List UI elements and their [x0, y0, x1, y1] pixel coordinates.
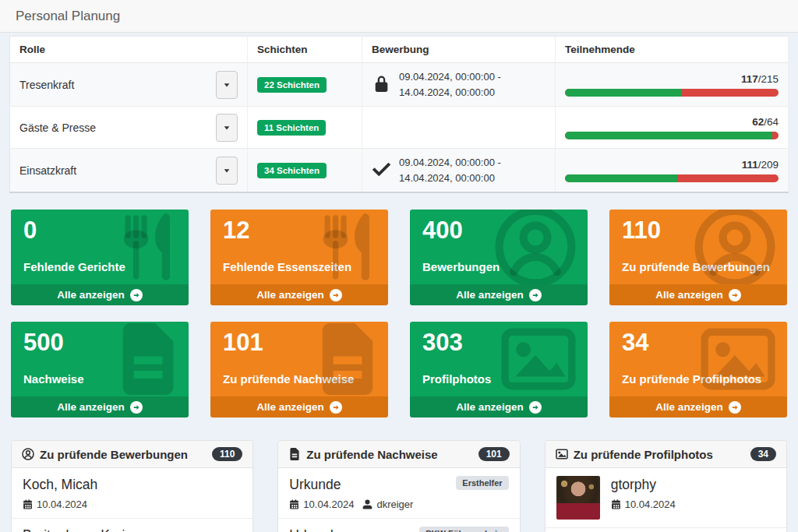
arrow-circle-right-icon: [130, 401, 143, 414]
date-line-1: 09.04.2024, 00:00:00 -: [399, 69, 501, 85]
arrow-circle-right-icon: [529, 289, 542, 301]
lock-icon: [372, 75, 391, 94]
panel-title: Zu prüfende Nachweise: [306, 448, 437, 461]
stat-card-body: 12 Fehlende Essenszeiten: [210, 210, 388, 284]
participant-total: /215: [758, 73, 779, 85]
progressbar-fill: [565, 174, 678, 182]
arrow-circle-right-icon: [729, 401, 741, 414]
participant-progressbar: [565, 174, 779, 182]
column-header-teilnehmende: Teilnehmende: [556, 37, 789, 63]
column-header-schichten: Schichten: [248, 37, 362, 63]
show-all-link[interactable]: Alle anzeigen: [210, 396, 388, 417]
stat-card-fehlende-essenszeiten: 12 Fehlende Essenszeiten Alle anzeigen: [210, 210, 388, 305]
user-icon: [362, 499, 373, 509]
item-user: dkreiger: [376, 499, 413, 510]
participant-count: 62/64: [565, 116, 779, 128]
participant-count: 117/215: [565, 73, 779, 85]
list-item[interactable]: Urkunde Ersthelfer 10.04.2024 dkreiger: [278, 468, 519, 519]
application-dates: 09.04.2024, 00:00:00 - 14.04.2024, 00:00…: [399, 155, 501, 185]
item-date: 10.04.2024: [303, 499, 354, 510]
stat-card-bewerbungen: 400 Bewerbungen Alle anzeigen: [410, 210, 588, 305]
show-all-link[interactable]: Alle anzeigen: [410, 284, 588, 305]
table-row: Einsatzkraft 34 Schichten 09.04.2024, 00…: [10, 149, 789, 193]
top-bar: Personal Planung: [0, 0, 798, 33]
table-header-row: Rolle Schichten Bewerbung Teilnehmende: [10, 37, 789, 63]
item-type-badge: Ersthelfer: [456, 476, 508, 490]
participant-current: 117: [741, 73, 758, 85]
item-name: Koch, Micah: [23, 476, 97, 495]
calendar-icon: [611, 499, 621, 509]
role-name: Einsatzkraft: [19, 164, 76, 177]
panel-header: Zu prüfende Nachweise 101: [278, 441, 519, 468]
stat-card-zu-pr-fende-nachweise: 101 Zu prüfende Nachweise Alle anzeigen: [210, 322, 388, 417]
panel-list: gtorphy 10.04.2024 alverta62: [546, 468, 786, 532]
arrow-circle-right-icon: [130, 289, 143, 301]
role-dropdown-button[interactable]: [216, 157, 238, 185]
role-name: Gäste & Presse: [19, 122, 96, 134]
item-name: Urkunde: [289, 527, 341, 532]
show-all-link[interactable]: Alle anzeigen: [11, 396, 189, 417]
check-icon: [372, 160, 391, 180]
show-all-link[interactable]: Alle anzeigen: [410, 396, 588, 417]
participant-current: 62: [752, 116, 764, 128]
stat-card-body: 0 Fehlende Gerichte: [11, 210, 189, 284]
role-dropdown-button[interactable]: [216, 71, 238, 99]
show-all-label: Alle anzeigen: [655, 401, 722, 413]
caret-down-icon: [223, 124, 231, 132]
show-all-label: Alle anzeigen: [256, 401, 323, 413]
avatar: [556, 476, 600, 520]
show-all-label: Alle anzeigen: [456, 401, 523, 413]
show-all-label: Alle anzeigen: [57, 289, 124, 301]
file-icon: [118, 323, 178, 395]
shift-count-badge: 34 Schichten: [257, 163, 327, 178]
list-item[interactable]: Urkunde PKW Führerschein: [278, 519, 519, 532]
panel-title: Zu prüfende Bewerbungen: [40, 448, 188, 461]
shift-count-badge: 11 Schichten: [257, 120, 326, 136]
stat-card-body: 500 Nachweise: [11, 322, 189, 396]
stat-card-body: 34 Zu prüfende Profilphotos: [609, 322, 787, 396]
utensils-icon: [316, 213, 377, 280]
role-dropdown-button[interactable]: [216, 114, 238, 142]
caret-down-icon: [223, 167, 231, 174]
stat-card-body: 303 Profilphotos: [410, 322, 588, 396]
list-item[interactable]: Koch, Micah 10.04.2024: [12, 468, 252, 519]
list-item[interactable]: gtorphy 10.04.2024: [546, 468, 786, 528]
review-panels-row: Zu prüfende Bewerbungen 110 Koch, Micah …: [11, 440, 787, 532]
image-icon: [500, 327, 577, 391]
arrow-circle-right-icon: [729, 289, 741, 301]
user-circle-icon: [22, 448, 34, 460]
review-panel: Zu prüfende Nachweise 101 Urkunde Ersthe…: [277, 440, 520, 532]
roles-table-body: Tresenkraft 22 Schichten 09.04.2024, 00:…: [10, 63, 789, 193]
date-line-2: 14.04.2024, 00:00:00: [399, 85, 501, 100]
review-panel: Zu prüfende Profilphotos 34 gtorphy 10.0…: [545, 440, 787, 532]
stat-card-nachweise: 500 Nachweise Alle anzeigen: [11, 322, 189, 417]
show-all-link[interactable]: Alle anzeigen: [609, 396, 787, 417]
panel-count-badge: 101: [478, 447, 510, 461]
file-icon: [288, 448, 301, 460]
calendar-icon: [23, 499, 33, 509]
item-meta: 10.04.2024 dkreiger: [289, 499, 508, 510]
stat-card-fehlende-gerichte: 0 Fehlende Gerichte Alle anzeigen: [11, 210, 189, 305]
progressbar-fill: [565, 132, 772, 139]
show-all-link[interactable]: Alle anzeigen: [210, 284, 388, 305]
progressbar-fill: [565, 89, 681, 97]
list-item[interactable]: alverta62: [546, 528, 786, 532]
review-panel: Zu prüfende Bewerbungen 110 Koch, Micah …: [11, 440, 253, 532]
show-all-link[interactable]: Alle anzeigen: [11, 284, 189, 305]
user-circle-icon: [494, 210, 577, 284]
column-header-rolle: Rolle: [10, 37, 248, 63]
column-header-bewerbung: Bewerbung: [362, 37, 556, 63]
user-circle-icon: [694, 210, 776, 284]
application-dates: 09.04.2024, 00:00:00 - 14.04.2024, 00:00…: [399, 69, 501, 100]
roles-table: Rolle Schichten Bewerbung Teilnehmende T…: [9, 36, 789, 193]
show-all-link[interactable]: Alle anzeigen: [609, 284, 787, 305]
item-date: 10.04.2024: [625, 499, 676, 510]
list-item[interactable]: Breitenberg, Karina: [12, 519, 252, 532]
participant-progressbar: [565, 89, 779, 97]
utensils-icon: [117, 213, 178, 280]
show-all-label: Alle anzeigen: [655, 289, 722, 301]
item-type-badge: PKW Führerschein: [419, 527, 508, 532]
item-date: 10.04.2024: [37, 499, 87, 510]
calendar-icon: [289, 499, 299, 509]
panel-count-badge: 110: [212, 447, 242, 461]
